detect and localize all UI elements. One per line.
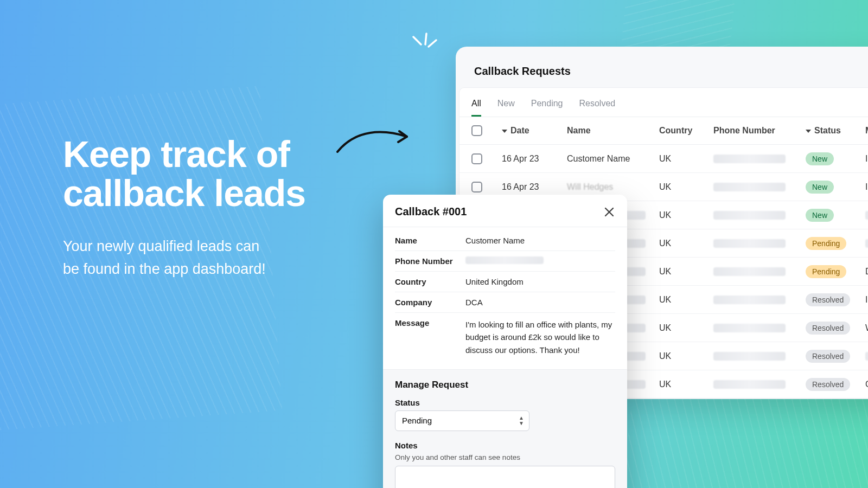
cell-phone: [713, 267, 806, 276]
detail-label-message: Message: [395, 318, 465, 328]
cell-country: UK: [659, 380, 713, 389]
tab-pending[interactable]: Pending: [531, 95, 563, 117]
cell-country: UK: [659, 267, 713, 277]
cell-country: UK: [659, 351, 713, 361]
cell-phone: [713, 155, 806, 163]
detail-title: Callback #001: [395, 206, 467, 218]
col-date[interactable]: Date: [502, 126, 567, 136]
status-badge: Pending: [806, 265, 846, 278]
tab-resolved[interactable]: Resolved: [579, 95, 616, 117]
cell-status: New: [806, 209, 865, 222]
cell-status: Pending: [806, 265, 865, 278]
cell-country: UK: [659, 295, 713, 305]
col-phone[interactable]: Phone Number: [713, 126, 806, 136]
status-badge: Resolved: [806, 322, 850, 335]
status-badge: Resolved: [806, 350, 850, 363]
cell-name: Customer Name: [567, 154, 659, 164]
cell-name: Will Hedges: [567, 182, 659, 192]
svg-line-0: [413, 37, 421, 44]
panel-title: Callback Requests: [456, 65, 868, 87]
col-country[interactable]: Country: [659, 126, 713, 136]
cell-message: I'd like t: [865, 295, 868, 305]
notes-label: Notes: [395, 441, 615, 450]
table-row[interactable]: 16 Apr 23Customer NameUKNewI'm look: [459, 145, 868, 173]
cell-message: Do you: [865, 267, 868, 277]
cell-status: Resolved: [806, 378, 865, 391]
detail-company-value: DCA: [465, 298, 615, 307]
detail-phone-value: [465, 256, 615, 264]
status-badge: New: [806, 209, 834, 222]
status-badge: New: [806, 152, 834, 165]
hero-title: Keep track of callback leads: [63, 134, 356, 213]
cell-status: Resolved: [806, 350, 865, 363]
svg-line-1: [425, 34, 426, 44]
cell-message: [865, 352, 868, 361]
col-status[interactable]: Status: [806, 126, 865, 136]
row-checkbox[interactable]: [471, 182, 482, 192]
cell-message: I have a: [865, 182, 868, 192]
hero-subtitle: Your newly qualified leads can be found …: [63, 235, 356, 281]
detail-name-value: Customer Name: [465, 236, 615, 245]
manage-heading: Manage Request: [395, 380, 615, 390]
detail-label-phone: Phone Number: [395, 256, 465, 266]
status-badge: Resolved: [806, 378, 850, 391]
hero-subtitle-line: be found in the app dashboard!: [63, 261, 266, 277]
detail-message-value: I'm looking to fill an office with plant…: [465, 318, 615, 356]
cell-phone: [713, 296, 806, 304]
sparkle-icon: [408, 33, 441, 60]
close-icon[interactable]: [603, 206, 615, 218]
status-select[interactable]: Pending: [395, 410, 529, 431]
detail-label-company: Company: [395, 298, 465, 307]
cell-phone: [713, 239, 806, 248]
cell-message: We hav: [865, 323, 868, 333]
cell-country: UK: [659, 323, 713, 333]
hero-title-line: callback leads: [63, 172, 305, 214]
cell-status: Resolved: [806, 293, 865, 306]
status-badge: Resolved: [806, 293, 850, 306]
status-label: Status: [395, 398, 615, 407]
manage-request-section: Manage Request Status Pending ▲▼ Notes O…: [383, 369, 627, 488]
status-badge: New: [806, 181, 834, 194]
cell-status: Pending: [806, 237, 865, 250]
col-message[interactable]: Messag: [865, 126, 868, 136]
row-checkbox[interactable]: [471, 153, 482, 164]
detail-label-country: Country: [395, 277, 465, 286]
svg-line-2: [429, 40, 436, 47]
tab-all[interactable]: All: [471, 95, 481, 117]
cell-phone: [713, 324, 806, 332]
cell-country: UK: [659, 154, 713, 164]
detail-country-value: United Kingdom: [465, 277, 615, 286]
cell-phone: [713, 211, 806, 220]
hero-title-line: Keep track of: [63, 133, 290, 175]
detail-label-name: Name: [395, 236, 465, 245]
filter-tabs: All New Pending Resolved: [459, 88, 868, 117]
select-all-checkbox[interactable]: [471, 125, 482, 136]
cell-message: [865, 239, 868, 248]
cell-country: UK: [659, 239, 713, 248]
col-name[interactable]: Name: [567, 126, 659, 136]
cell-date: 16 Apr 23: [502, 154, 567, 164]
notes-textarea[interactable]: [395, 466, 615, 488]
cell-status: New: [806, 152, 865, 165]
callback-detail-card: Callback #001 Name Customer Name Phone N…: [383, 195, 627, 488]
cell-message: [865, 211, 868, 220]
cell-message: I'm look: [865, 154, 868, 164]
cell-date: 16 Apr 23: [502, 182, 567, 192]
table-header: Date Name Country Phone Number Status Me…: [459, 117, 868, 145]
cell-phone: [713, 183, 806, 191]
cell-status: New: [806, 181, 865, 194]
notes-help: Only you and other staff can see notes: [395, 453, 615, 461]
cell-message: Could s: [865, 380, 868, 389]
tab-new[interactable]: New: [497, 95, 515, 117]
cell-country: UK: [659, 210, 713, 220]
cell-status: Resolved: [806, 322, 865, 335]
cell-phone: [713, 352, 806, 361]
status-badge: Pending: [806, 237, 846, 250]
hero-subtitle-line: Your newly qualified leads can: [63, 238, 259, 254]
hero: Keep track of callback leads Your newly …: [63, 134, 356, 281]
cell-phone: [713, 380, 806, 389]
cell-country: UK: [659, 182, 713, 192]
detail-body: Name Customer Name Phone Number Country …: [383, 227, 627, 369]
